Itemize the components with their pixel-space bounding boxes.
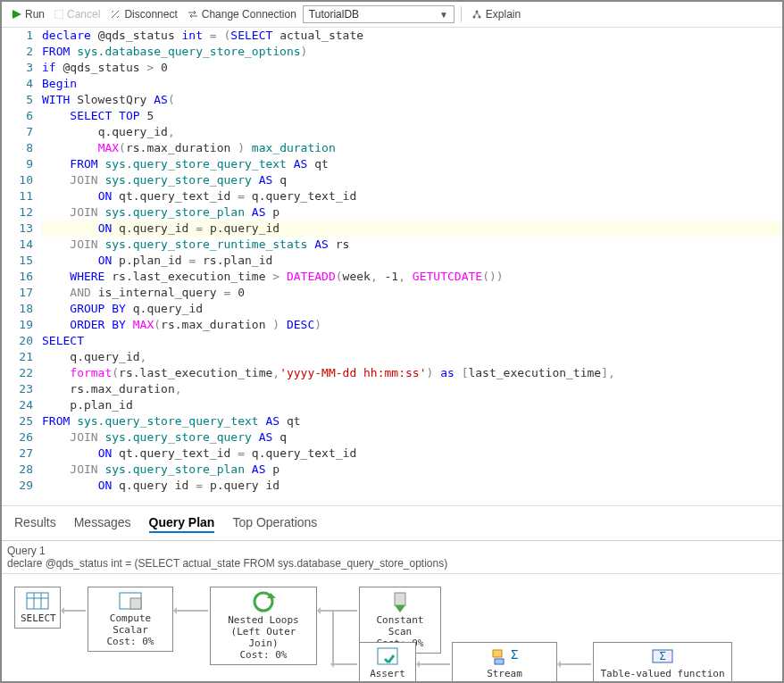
plan-node-sub: (Left Outer Join) <box>216 626 311 649</box>
code-line[interactable]: format(rs.last_execution_time,'yyyy-MM-d… <box>42 365 782 381</box>
code-line[interactable]: JOIN sys.query_store_plan AS p <box>42 462 782 478</box>
line-gutter: 1234567891011121314151617181920212223242… <box>2 28 42 505</box>
plan-header: Query 1 declare @qds_status int = (SELEC… <box>2 540 782 573</box>
plan-node-title: Nested Loops <box>216 614 311 626</box>
results-tabs: Results Messages Query Plan Top Operatio… <box>2 505 782 540</box>
code-line[interactable]: q.query_id, <box>42 349 782 365</box>
plan-node-sub: [QUERY_STORE_OPTIONS] <box>599 679 726 683</box>
plan-arrow <box>332 610 334 665</box>
explain-button[interactable]: Explain <box>468 6 524 22</box>
database-select[interactable]: TutorialDB ▼ <box>303 5 455 23</box>
plan-node-table-valued-function[interactable]: Σ Table-valued function [QUERY_STORE_OPT… <box>593 642 732 683</box>
compute-scalar-icon <box>118 591 143 611</box>
code-line[interactable]: if @qds_status > 0 <box>42 60 782 76</box>
svg-rect-1 <box>54 10 63 19</box>
tab-results[interactable]: Results <box>14 513 56 533</box>
explain-icon <box>471 9 482 20</box>
plan-query-text: declare @qds_status int = (SELECT actual… <box>7 557 777 570</box>
code-line[interactable]: Begin <box>42 76 782 92</box>
run-button[interactable]: Run <box>9 6 48 22</box>
code-line[interactable]: FROM sys.query_store_query_text AS qt <box>42 156 782 172</box>
plan-node-title: Compute Scalar <box>94 612 167 636</box>
toolbar: Run Cancel Disconnect Change Connection … <box>2 2 782 28</box>
code-line[interactable]: rs.max_duration, <box>42 381 782 397</box>
tab-top-operations[interactable]: Top Operations <box>232 513 317 533</box>
change-connection-icon <box>188 9 198 20</box>
disconnect-button[interactable]: Disconnect <box>106 6 180 22</box>
plan-node-title: Assert <box>365 668 410 679</box>
code-area[interactable]: declare @qds_status int = (SELECT actual… <box>42 28 782 505</box>
plan-node-cost: Cost: 0% <box>365 679 410 683</box>
code-line[interactable]: MAX(rs.max_duration ) max_duration <box>42 140 782 156</box>
toolbar-separator <box>461 6 462 22</box>
code-line[interactable]: JOIN sys.query_store_query AS q <box>42 172 782 188</box>
cancel-button: Cancel <box>51 6 104 22</box>
svg-rect-13 <box>395 593 405 605</box>
explain-label: Explain <box>486 8 521 21</box>
constant-scan-icon <box>391 591 409 612</box>
cancel-label: Cancel <box>67 8 100 21</box>
plan-arrow <box>559 663 591 665</box>
plan-node-title: SELECT <box>21 612 54 624</box>
query-plan-canvas[interactable]: SELECT Compute Scalar Cost: 0% Nested Lo… <box>2 573 782 683</box>
plan-node-compute-scalar[interactable]: Compute Scalar Cost: 0% <box>88 587 173 652</box>
change-connection-label: Change Connection <box>202 8 296 21</box>
code-line[interactable]: ON qt.query_text_id = q.query_text_id <box>42 188 782 204</box>
code-line[interactable]: ORDER BY MAX(rs.max_duration ) DESC) <box>42 317 782 333</box>
plan-node-cost: Cost: 0% <box>94 636 167 647</box>
tab-messages[interactable]: Messages <box>74 513 131 533</box>
change-connection-button[interactable]: Change Connection <box>184 6 300 22</box>
plan-node-select[interactable]: SELECT <box>14 587 61 629</box>
plan-node-title: Table-valued function <box>599 668 726 679</box>
code-line[interactable]: WITH SlowestQry AS( <box>42 92 782 108</box>
svg-rect-16 <box>493 650 502 657</box>
stream-aggregate-icon: Σ <box>491 646 518 666</box>
svg-text:Σ: Σ <box>659 650 665 662</box>
plan-node-nested-loops[interactable]: Nested Loops (Left Outer Join) Cost: 0% <box>210 587 317 665</box>
disconnect-label: Disconnect <box>124 8 177 21</box>
svg-rect-17 <box>495 659 504 664</box>
code-line[interactable]: WHERE rs.last_execution_time > DATEADD(w… <box>42 269 782 285</box>
code-line[interactable]: declare @qds_status int = (SELECT actual… <box>42 28 782 44</box>
code-line[interactable]: SELECT TOP 5 <box>42 108 782 124</box>
tab-query-plan[interactable]: Query Plan <box>149 513 215 533</box>
database-selected-label: TutorialDB <box>309 8 359 21</box>
stop-icon <box>54 10 63 19</box>
code-line[interactable]: GROUP BY q.query_id <box>42 301 782 317</box>
code-line[interactable]: q.query_id, <box>42 124 782 140</box>
plan-node-assert[interactable]: Assert Cost: 0% <box>359 642 416 683</box>
plan-arrow <box>418 663 450 665</box>
select-icon <box>25 591 50 611</box>
plan-query-label: Query 1 <box>7 545 777 557</box>
plan-node-title: Constant Scan <box>365 614 435 637</box>
sql-editor[interactable]: 1234567891011121314151617181920212223242… <box>2 28 782 505</box>
svg-text:Σ: Σ <box>511 647 518 662</box>
plan-node-cost: Cost: 0% <box>216 649 311 661</box>
nested-loops-icon <box>251 591 276 612</box>
plan-arrow <box>319 610 357 612</box>
code-line[interactable]: ON q.query id = p.query id <box>42 478 782 494</box>
code-line[interactable]: p.plan_id <box>42 397 782 413</box>
code-line[interactable]: JOIN sys.query_store_query AS q <box>42 429 782 446</box>
plan-arrow <box>332 663 357 665</box>
plan-arrow <box>175 610 208 612</box>
plan-arrow <box>63 610 86 612</box>
svg-rect-5 <box>27 593 48 609</box>
code-line[interactable]: FROM sys.query_store_query_text AS qt <box>42 413 782 429</box>
plan-node-stream-aggregate[interactable]: Σ Stream Aggregate (Aggregate) Cost: 37% <box>452 642 557 683</box>
svg-marker-14 <box>395 605 405 612</box>
svg-marker-0 <box>13 10 21 19</box>
code-line[interactable]: ON q.query_id = p.query_id <box>42 221 782 237</box>
code-line[interactable]: JOIN sys.query_store_plan AS p <box>42 204 782 221</box>
disconnect-icon <box>110 9 121 20</box>
svg-rect-10 <box>130 598 141 609</box>
code-line[interactable]: ON qt.query_text_id = q.query_text_id <box>42 446 782 462</box>
code-line[interactable]: FROM sys.database_query_store_options) <box>42 44 782 60</box>
code-line[interactable]: AND is_internal_query = 0 <box>42 285 782 301</box>
code-line[interactable]: SELECT <box>42 333 782 349</box>
chevron-down-icon: ▼ <box>439 10 448 20</box>
run-label: Run <box>25 8 45 21</box>
code-line[interactable]: ON p.plan_id = rs.plan_id <box>42 253 782 269</box>
code-line[interactable]: JOIN sys.query_store_runtime_stats AS rs <box>42 237 782 253</box>
play-icon <box>13 10 21 19</box>
